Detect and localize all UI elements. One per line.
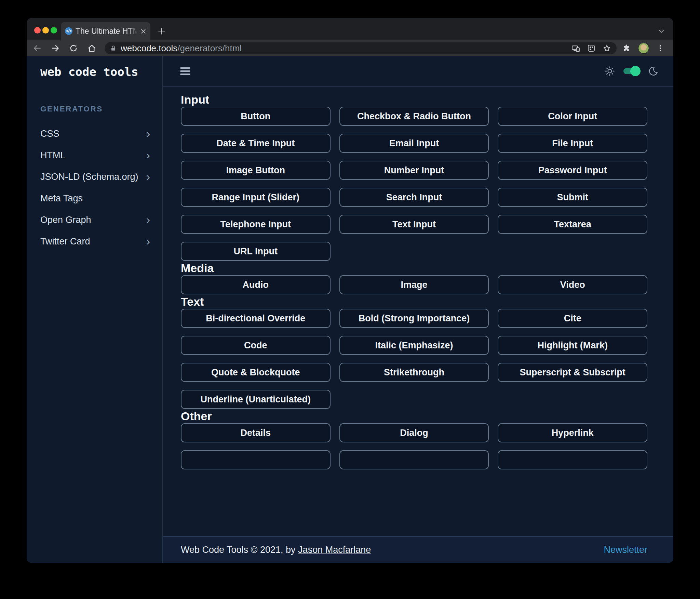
sidebar-menu: CSS › HTML › JSON-LD (Schema.org) › Meta… <box>40 123 150 252</box>
search-tabs-chevron-icon[interactable] <box>658 27 665 35</box>
window-controls <box>34 27 57 34</box>
address-bar[interactable]: webcode.tools/generators/html <box>105 42 617 54</box>
dark-mode-toggle[interactable] <box>623 68 640 74</box>
sidebar-item[interactable]: Twitter Card › <box>40 231 150 252</box>
main-area: Input ButtonCheckbox & Radio ButtonColor… <box>163 56 673 563</box>
generator-button[interactable]: Range Input (Slider) <box>181 188 331 207</box>
section-title-media: Media <box>181 261 647 275</box>
sidebar-section-label: GENERATORS <box>40 105 150 114</box>
main-header <box>163 56 673 87</box>
generator-button[interactable]: Code <box>181 336 331 355</box>
generator-button[interactable]: Highlight (Mark) <box>498 336 647 355</box>
generator-button[interactable]: Bold (Strong Importance) <box>339 309 489 328</box>
sidebar-item[interactable]: Open Graph › <box>40 209 150 231</box>
section-title-text: Text <box>181 294 647 309</box>
browser-toolbar: webcode.tools/generators/html <box>27 40 673 56</box>
url-text: webcode.tools/generators/html <box>121 43 242 54</box>
tab-close-icon[interactable] <box>140 28 146 34</box>
reload-icon[interactable] <box>69 44 78 53</box>
sidebar-item[interactable]: Meta Tags <box>40 188 150 209</box>
toggle-knob <box>630 66 641 76</box>
close-window-button[interactable] <box>34 27 41 34</box>
generator-button[interactable]: Button <box>181 107 331 126</box>
generator-button-partial[interactable] <box>498 450 647 469</box>
input-generators-grid: ButtonCheckbox & Radio ButtonColor Input… <box>181 107 647 261</box>
moon-icon <box>648 66 658 76</box>
site-logo[interactable]: web code tools <box>40 65 150 79</box>
tab-strip: </> The Ultimate HTML Generators <box>27 18 673 40</box>
generator-button[interactable]: Color Input <box>498 107 647 126</box>
generator-button[interactable]: Email Input <box>339 134 489 153</box>
new-tab-button[interactable] <box>157 27 166 36</box>
sidebar-item[interactable]: JSON-LD (Schema.org) › <box>40 166 150 188</box>
browser-tab[interactable]: </> The Ultimate HTML Generators <box>61 22 150 40</box>
chevron-right-icon: › <box>146 214 150 225</box>
generator-button[interactable]: Telephone Input <box>181 215 331 234</box>
profile-avatar[interactable] <box>638 43 649 54</box>
section-title-input: Input <box>181 92 647 107</box>
sidebar-item-label: Open Graph <box>40 215 91 225</box>
generator-button[interactable]: Hyperlink <box>498 423 647 442</box>
generator-button[interactable]: Date & Time Input <box>181 134 331 153</box>
generator-button[interactable]: Textarea <box>498 215 647 234</box>
chevron-right-icon: › <box>146 235 150 247</box>
sidebar-item-label: CSS <box>40 129 59 139</box>
generator-button[interactable]: Search Input <box>339 188 489 207</box>
author-link[interactable]: Jason Macfarlane <box>298 545 371 555</box>
generator-button[interactable]: Video <box>498 275 647 294</box>
generator-button[interactable]: Image Button <box>181 161 331 180</box>
generators-content: Input ButtonCheckbox & Radio ButtonColor… <box>163 87 673 563</box>
generator-button-partial[interactable] <box>339 450 489 469</box>
chevron-right-icon: › <box>146 128 150 139</box>
tab-favicon-icon: </> <box>65 27 72 35</box>
sun-icon <box>604 66 615 77</box>
generator-button[interactable]: Audio <box>181 275 331 294</box>
sidebar-item-label: JSON-LD (Schema.org) <box>40 172 138 182</box>
theme-switcher <box>604 66 658 77</box>
generator-button[interactable]: Quote & Blockquote <box>181 363 331 382</box>
generator-button[interactable]: URL Input <box>181 242 331 261</box>
generator-button[interactable]: Checkbox & Radio Button <box>339 107 489 126</box>
section-title-other: Other <box>181 409 647 423</box>
extensions-puzzle-icon[interactable] <box>622 44 631 53</box>
sidebar-item[interactable]: HTML › <box>40 145 150 166</box>
other-generators-partial-row <box>181 450 647 469</box>
generator-button[interactable]: Dialog <box>339 423 489 442</box>
hamburger-menu-icon[interactable] <box>180 67 190 75</box>
forward-icon[interactable] <box>51 44 60 53</box>
apps-grid-icon[interactable] <box>587 44 595 52</box>
generator-button[interactable]: Underline (Unarticulated) <box>181 390 331 409</box>
menu-dots-icon[interactable] <box>656 44 664 52</box>
minimize-window-button[interactable] <box>42 27 49 34</box>
back-icon[interactable] <box>33 44 42 53</box>
generator-button-partial[interactable] <box>181 450 331 469</box>
toolbar-right <box>622 43 664 54</box>
tab-title: The Ultimate HTML Generators <box>76 27 137 36</box>
generator-button[interactable]: Strikethrough <box>339 363 489 382</box>
chevron-right-icon: › <box>146 171 150 182</box>
send-to-devices-icon[interactable] <box>571 44 580 53</box>
generator-button[interactable]: Cite <box>498 309 647 328</box>
sidebar-item[interactable]: CSS › <box>40 123 150 145</box>
generator-button[interactable]: Italic (Emphasize) <box>339 336 489 355</box>
copyright-prefix: Web Code Tools © 2021, by <box>181 545 298 555</box>
generator-button[interactable]: Bi-directional Override <box>181 309 331 328</box>
generator-button[interactable]: Superscript & Subscript <box>498 363 647 382</box>
lock-icon[interactable] <box>110 45 117 52</box>
home-icon[interactable] <box>87 44 96 53</box>
generator-button[interactable]: Number Input <box>339 161 489 180</box>
text-generators-grid: Bi-directional OverrideBold (Strong Impo… <box>181 309 647 409</box>
sidebar-item-label: Twitter Card <box>40 236 90 247</box>
bookmark-star-icon[interactable] <box>603 44 611 53</box>
sidebar-item-label: HTML <box>40 150 66 161</box>
generator-button[interactable]: Image <box>339 275 489 294</box>
newsletter-link[interactable]: Newsletter <box>604 545 647 555</box>
generator-button[interactable]: Text Input <box>339 215 489 234</box>
generator-button[interactable]: File Input <box>498 134 647 153</box>
page-body: web code tools GENERATORS CSS › HTML › J… <box>27 56 673 563</box>
generator-button[interactable]: Details <box>181 423 331 442</box>
generator-button[interactable]: Password Input <box>498 161 647 180</box>
generator-button[interactable]: Submit <box>498 188 647 207</box>
page-footer: Web Code Tools © 2021, by Jason Macfarla… <box>163 536 673 563</box>
zoom-window-button[interactable] <box>51 27 57 34</box>
